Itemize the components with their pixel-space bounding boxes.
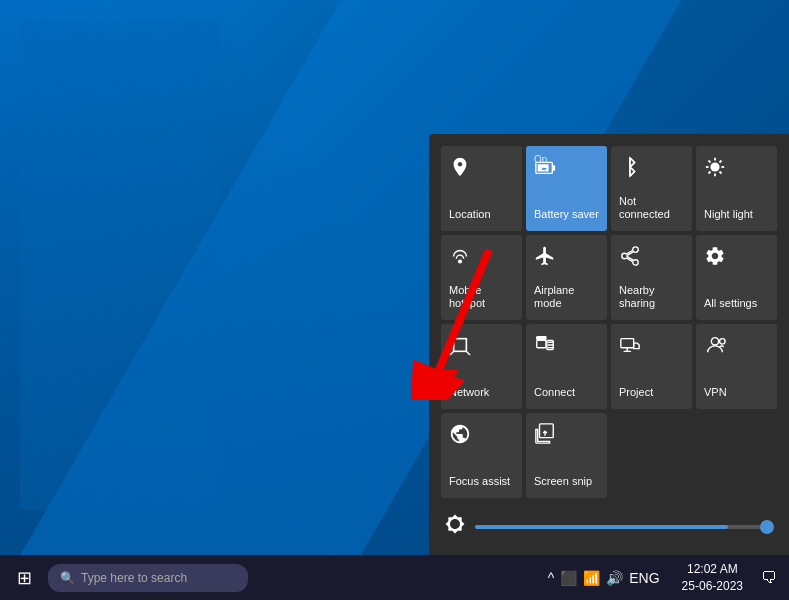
svg-line-11 bbox=[708, 171, 710, 173]
airplane-mode-icon bbox=[534, 245, 556, 270]
tile-location[interactable]: Location bbox=[441, 146, 522, 231]
brightness-control bbox=[441, 510, 777, 543]
vpn-icon bbox=[704, 334, 726, 359]
nearby-sharing-icon bbox=[619, 245, 641, 270]
taskbar-search[interactable]: 🔍 Type here to search bbox=[48, 564, 248, 592]
focus-assist-icon bbox=[449, 423, 471, 448]
tile-nearby-sharing[interactable]: Nearby sharing bbox=[611, 235, 692, 320]
svg-rect-14 bbox=[537, 340, 546, 347]
language-indicator[interactable]: ENG bbox=[629, 570, 659, 586]
tile-project[interactable]: Project bbox=[611, 324, 692, 409]
svg-line-8 bbox=[708, 160, 710, 162]
taskbar-system-icons: ^ ⬛ 📶 🔊 ENG bbox=[540, 570, 668, 586]
clock-time: 12:02 AM bbox=[687, 561, 738, 578]
svg-point-3 bbox=[710, 162, 719, 171]
brightness-fill bbox=[475, 525, 728, 529]
notification-center-button[interactable]: 🗨 bbox=[757, 569, 781, 587]
battery-taskbar-icon[interactable]: ⬛ bbox=[560, 570, 577, 586]
all-settings-icon bbox=[704, 245, 726, 270]
tile-vpn[interactable]: VPN bbox=[696, 324, 777, 409]
svg-rect-15 bbox=[537, 337, 546, 340]
mobile-hotspot-icon bbox=[449, 245, 471, 270]
tile-mobile-hotspot[interactable]: Mobile hotspot bbox=[441, 235, 522, 320]
svg-rect-1 bbox=[552, 165, 555, 171]
taskbar-clock[interactable]: 12:02 AM 25-06-2023 bbox=[676, 561, 749, 595]
search-placeholder: Type here to search bbox=[81, 571, 187, 585]
svg-line-9 bbox=[719, 171, 721, 173]
taskbar-left: ⊞ 🔍 Type here to search bbox=[0, 555, 540, 600]
night-light-icon bbox=[704, 156, 726, 181]
taskbar-right: ^ ⬛ 📶 🔊 ENG 12:02 AM 25-06-2023 🗨 bbox=[540, 555, 789, 600]
tile-airplane-mode[interactable]: Airplane mode bbox=[526, 235, 607, 320]
project-icon bbox=[619, 334, 641, 359]
start-button[interactable]: ⊞ bbox=[0, 555, 48, 600]
brightness-slider[interactable] bbox=[475, 525, 773, 529]
svg-rect-13 bbox=[454, 339, 467, 352]
notification-icon: 🗨 bbox=[761, 569, 777, 586]
tile-network[interactable]: Network bbox=[441, 324, 522, 409]
tile-battery-saver[interactable]: On Battery saver bbox=[526, 146, 607, 231]
vpn-label: VPN bbox=[704, 386, 769, 399]
chevron-icon[interactable]: ^ bbox=[548, 570, 555, 586]
brightness-thumb bbox=[760, 520, 774, 534]
action-center-panel: Location On Battery saver bbox=[429, 134, 789, 555]
desktop-window bbox=[20, 20, 220, 510]
project-label: Project bbox=[619, 386, 684, 399]
taskbar: ⊞ 🔍 Type here to search ^ ⬛ 📶 🔊 ENG 12:0… bbox=[0, 555, 789, 600]
connect-icon bbox=[534, 334, 556, 359]
battery-saver-label: Battery saver bbox=[534, 208, 599, 221]
wifi-taskbar-icon[interactable]: 📶 bbox=[583, 570, 600, 586]
network-label: Network bbox=[449, 386, 514, 399]
night-light-label: Night light bbox=[704, 208, 769, 221]
bluetooth-label: Not connected bbox=[619, 195, 684, 221]
connect-label: Connect bbox=[534, 386, 599, 399]
focus-assist-label: Focus assist bbox=[449, 475, 514, 488]
tile-bluetooth[interactable]: Not connected bbox=[611, 146, 692, 231]
svg-rect-17 bbox=[621, 339, 634, 348]
battery-saver-status: On bbox=[534, 154, 547, 165]
tile-connect[interactable]: Connect bbox=[526, 324, 607, 409]
svg-line-10 bbox=[719, 160, 721, 162]
svg-point-12 bbox=[459, 260, 462, 263]
bluetooth-icon bbox=[619, 156, 641, 181]
network-icon bbox=[449, 334, 471, 359]
tile-focus-assist[interactable]: Focus assist bbox=[441, 413, 522, 498]
search-icon: 🔍 bbox=[60, 571, 75, 585]
clock-date: 25-06-2023 bbox=[682, 578, 743, 595]
brightness-icon bbox=[445, 514, 465, 539]
location-label: Location bbox=[449, 208, 514, 221]
all-settings-label: All settings bbox=[704, 297, 769, 310]
tile-night-light[interactable]: Night light bbox=[696, 146, 777, 231]
quick-action-tiles: Location On Battery saver bbox=[441, 146, 777, 498]
location-icon bbox=[449, 156, 471, 181]
mobile-hotspot-label: Mobile hotspot bbox=[449, 284, 514, 310]
airplane-mode-label: Airplane mode bbox=[534, 284, 599, 310]
volume-taskbar-icon[interactable]: 🔊 bbox=[606, 570, 623, 586]
tile-all-settings[interactable]: All settings bbox=[696, 235, 777, 320]
screen-snip-icon bbox=[534, 423, 556, 448]
svg-point-18 bbox=[711, 338, 718, 345]
nearby-sharing-label: Nearby sharing bbox=[619, 284, 684, 310]
tile-screen-snip[interactable]: Screen snip bbox=[526, 413, 607, 498]
svg-point-19 bbox=[720, 339, 726, 345]
svg-rect-2 bbox=[538, 164, 549, 171]
screen-snip-label: Screen snip bbox=[534, 475, 599, 488]
